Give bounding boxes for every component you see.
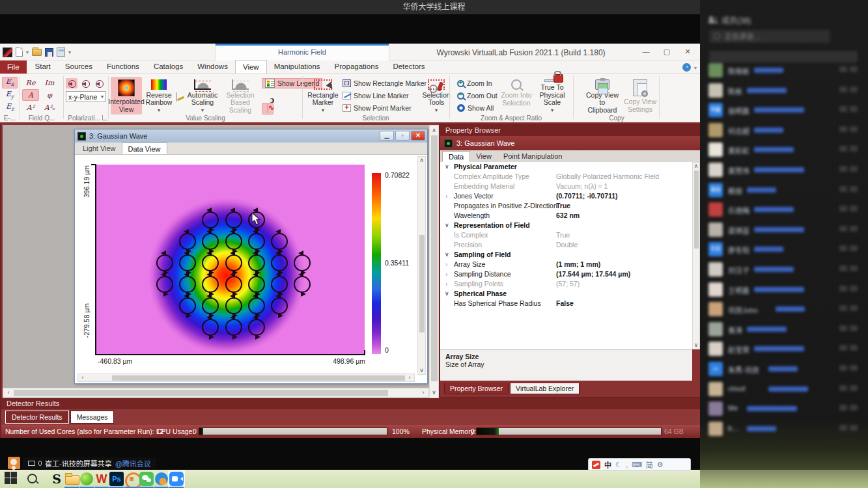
- dialog-launcher-icon[interactable]: [102, 115, 107, 120]
- property-browser-header[interactable]: Property Browser: [440, 125, 700, 136]
- rectangle-marker-button[interactable]: Rectangle Marker▾: [306, 77, 340, 115]
- doc-minimize-button[interactable]: ▁: [380, 131, 394, 141]
- member-mic-icon[interactable]: [850, 305, 858, 311]
- taskbar-ps-icon[interactable]: Ps: [109, 472, 124, 486]
- member-row[interactable]: 黄赞伟: [700, 163, 868, 181]
- member-mic-icon[interactable]: [850, 286, 858, 291]
- minimize-button[interactable]: —: [639, 47, 653, 56]
- reverse-rainbow-button[interactable]: Reverse Rainbow▾: [143, 77, 175, 115]
- member-row[interactable]: 赵宝荣: [700, 342, 868, 360]
- member-camera-icon[interactable]: [839, 385, 847, 391]
- polarization-ellipse3-icon[interactable]: [93, 78, 105, 88]
- ime-simplified-toggle[interactable]: 简: [646, 459, 653, 470]
- property-section-header[interactable]: ∨Spherical Phase: [440, 289, 692, 299]
- scaling-edit-icon[interactable]: [171, 91, 182, 103]
- taskbar-sapp-icon[interactable]: S: [49, 472, 64, 486]
- member-camera-icon[interactable]: [839, 425, 847, 431]
- member-mic-icon[interactable]: [850, 66, 858, 72]
- field-quantity-6-button[interactable]: A²ₑ: [41, 102, 58, 113]
- member-camera-icon[interactable]: [839, 286, 847, 291]
- member-row[interactable]: 何志超: [700, 123, 868, 141]
- taskbar-browser-icon[interactable]: [79, 472, 94, 486]
- property-row[interactable]: Complex Amplitude TypeGlobally Polarized…: [440, 172, 692, 182]
- member-mic-icon[interactable]: [850, 226, 858, 232]
- property-section-header[interactable]: ∨Sampling of Field: [440, 250, 692, 260]
- gear-icon[interactable]: ⚙: [657, 461, 664, 469]
- property-row[interactable]: Propagates in Positive Z-DirectionTrue: [440, 201, 692, 211]
- field-quantity-3-button[interactable]: A: [22, 89, 39, 101]
- selection-tools-button[interactable]: Selection Tools▾: [419, 77, 453, 115]
- taskbar-meeting-icon[interactable]: [169, 472, 184, 486]
- document-horizontal-scrollbar[interactable]: ‹ ›: [77, 373, 415, 382]
- member-row[interactable]: 黄彩虹: [700, 142, 868, 161]
- doc-close-button[interactable]: ✕: [411, 131, 425, 141]
- member-camera-icon[interactable]: [839, 106, 847, 112]
- tab-windows[interactable]: Windows: [190, 60, 235, 74]
- member-row[interactable]: 讯技John: [700, 302, 868, 320]
- doc-tab-light-view[interactable]: Light View: [77, 142, 122, 154]
- property-row[interactable]: ›Sampling Points(57; 57): [440, 279, 692, 289]
- selection-based-scaling-button[interactable]: Selection Based Scaling: [221, 77, 259, 115]
- member-row[interactable]: 陈彬: [700, 83, 868, 102]
- member-row[interactable]: b…: [700, 422, 868, 440]
- doc-tab-data-view[interactable]: Data View: [122, 142, 167, 154]
- field-plot[interactable]: [96, 165, 365, 354]
- taskbar-start-icon[interactable]: [5, 472, 19, 486]
- member-row[interactable]: 赖丽赖丽: [700, 183, 868, 201]
- calculator-icon[interactable]: [57, 47, 65, 57]
- member-row[interactable]: 乐炮梅: [700, 202, 868, 221]
- property-row[interactable]: Wavelength632 nm: [440, 211, 692, 221]
- help-icon[interactable]: ◔: [682, 63, 691, 72]
- property-grid-scrollbar[interactable]: ∧ ∨: [692, 162, 700, 349]
- member-row[interactable]: 袁涛: [700, 322, 868, 340]
- pb-tab-view[interactable]: View: [470, 151, 497, 162]
- tab-propagations[interactable]: Propagations: [328, 60, 386, 74]
- zoom-in-button[interactable]: + Zoom In: [457, 78, 492, 88]
- member-camera-icon[interactable]: [839, 245, 847, 251]
- polarization-plane-select[interactable]: x-y-Plane ▾: [66, 91, 106, 102]
- members-toolbar[interactable]: [709, 51, 858, 62]
- keyboard-icon[interactable]: ⌨: [632, 461, 642, 469]
- taskbar-audio-icon[interactable]: [124, 472, 139, 486]
- copy-view-settings-button[interactable]: Copy View Settings: [623, 77, 658, 115]
- property-row[interactable]: Embedding MaterialVacuum; n(λ) = 1: [440, 182, 692, 191]
- detector-results-header[interactable]: Detector Results: [1, 398, 700, 409]
- share-bar-app-link[interactable]: @腾讯会议: [115, 458, 151, 468]
- taskbar-wps-icon[interactable]: W: [94, 472, 109, 486]
- member-row[interactable]: 冬阳廖冬阳: [700, 242, 868, 260]
- member-row[interactable]: 刘汉子: [700, 262, 868, 280]
- property-row[interactable]: Is ComplexTrue: [440, 230, 692, 240]
- zoom-into-selection-button[interactable]: Zoom Into Selection: [500, 77, 533, 115]
- member-row[interactable]: 明鑫翁明鑫: [700, 103, 868, 121]
- tab-start[interactable]: Start: [28, 60, 58, 74]
- member-camera-icon[interactable]: [839, 226, 847, 232]
- dock-tab-property-browser[interactable]: Property Browser: [444, 383, 509, 394]
- property-section-header[interactable]: ∨Physical Parameter: [440, 162, 692, 172]
- tab-view[interactable]: View: [235, 60, 267, 74]
- show-point-marker-button[interactable]: Show Point Marker: [343, 103, 412, 113]
- polarization-ellipse2-icon[interactable]: [79, 78, 91, 88]
- tab-catalogs[interactable]: Catalogs: [147, 60, 190, 74]
- member-mic-icon[interactable]: [850, 265, 858, 271]
- member-mic-icon[interactable]: [850, 385, 858, 391]
- dock-tab-virtuallab-explorer[interactable]: VirtualLab Explorer: [510, 383, 580, 394]
- member-camera-icon[interactable]: [839, 206, 847, 211]
- screen-share-bar[interactable]: 崔工-讯技的屏幕共享 @腾讯会议: [23, 457, 156, 468]
- interpolated-view-button[interactable]: Interpolated View: [111, 77, 142, 115]
- member-mic-icon[interactable]: [850, 325, 858, 331]
- member-mic-icon[interactable]: [850, 106, 858, 112]
- member-camera-icon[interactable]: [839, 126, 847, 132]
- mdi-horizontal-scrollbar[interactable]: ‹ ›: [3, 388, 429, 398]
- member-mic-icon[interactable]: [850, 186, 858, 192]
- tab-file[interactable]: File: [0, 61, 27, 74]
- member-camera-icon[interactable]: [839, 66, 847, 72]
- property-row[interactable]: ›Sampling Distance(17.544 µm; 17.544 µm): [440, 269, 692, 279]
- automatic-scaling-button[interactable]: Automatic Scaling▾: [185, 77, 220, 115]
- pb-tab-data[interactable]: Data: [442, 151, 470, 162]
- open-icon[interactable]: [32, 49, 42, 56]
- show-line-marker-button[interactable]: Show Line Marker: [343, 90, 409, 101]
- document-vertical-scrollbar[interactable]: ∧ ∨: [417, 156, 426, 375]
- member-mic-icon[interactable]: [850, 245, 858, 251]
- expand-icon[interactable]: ›: [445, 260, 447, 269]
- ime-toolbar[interactable]: 中 ☾ , ⌨ 简 ⚙: [588, 458, 691, 471]
